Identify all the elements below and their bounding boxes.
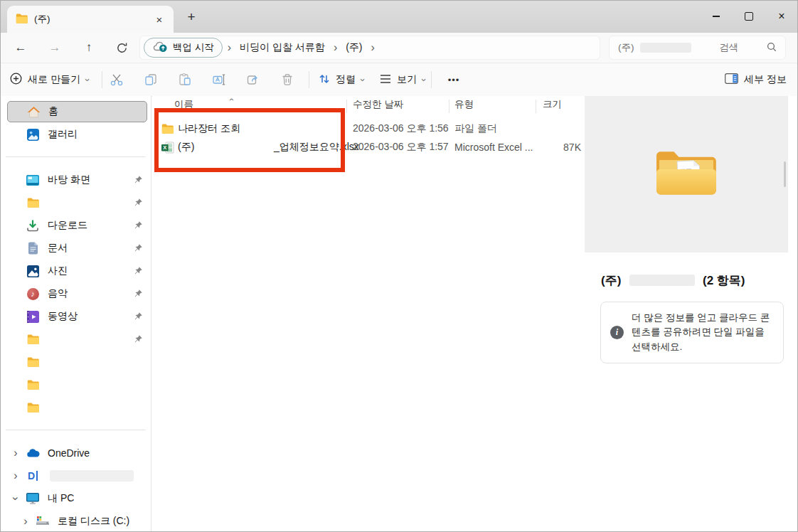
column-header-date[interactable]: 수정한 날짜 [353,98,403,111]
document-icon [26,242,40,255]
pin-icon [134,334,143,346]
folder-icon [26,357,40,367]
preview-area [585,96,788,252]
file-type: 파일 폴더 [454,119,497,138]
new-button-label: 새로 만들기 [28,73,80,86]
sort-button[interactable]: 정렬 › [319,63,364,96]
sidebar-item-folder[interactable] [7,397,147,418]
file-date: 2026-03-06 오후 1:57 [353,138,449,156]
command-toolbar: 새로 만들기 › 정렬 › 보기 › ••• [0,63,798,97]
folder-icon [26,380,40,390]
search-icon [767,42,777,54]
details-title-row: (주) (2 항목) [585,272,798,288]
sidebar-item-app[interactable]: › D [7,465,147,486]
details-toggle-label: 세부 정보 [744,73,787,86]
sidebar-item-label: 홈 [48,105,58,118]
back-button[interactable]: ← [9,33,33,63]
up-button[interactable]: ↑ [77,33,101,63]
desktop-icon [26,175,40,186]
minimize-button[interactable] [700,0,733,33]
chevron-down-icon[interactable]: › [10,493,21,504]
search-scope-label: (주) [618,41,634,54]
sidebar-item-documents[interactable]: 문서 [7,238,147,259]
pin-icon [134,266,143,277]
details-info-text: 더 많은 정보를 얻고 클라우드 콘텐츠를 공유하려면 단일 파일을 선택하세요… [632,311,774,354]
chevron-down-icon: › [358,78,368,81]
sidebar-item-folder[interactable] [7,374,147,395]
file-date: 2026-03-06 오후 1:56 [353,119,449,138]
chevron-down-icon: › [83,78,92,81]
details-pane-toggle[interactable]: 세부 정보 [725,63,787,96]
breadcrumb-folder[interactable]: 비딩이 입찰 서류함 [236,41,329,54]
column-header-type[interactable]: 유형 [454,98,474,111]
details-title: (주) [601,272,621,289]
explorer-tab[interactable]: (주) × [7,6,174,33]
sidebar-item-label: 내 PC [48,492,74,505]
breadcrumb-chevron[interactable]: › [366,42,380,53]
sidebar-item-folder[interactable] [7,329,147,350]
folder-tab-icon [16,14,28,26]
paste-icon [178,73,192,87]
breadcrumb-chevron[interactable]: › [223,42,236,53]
sidebar-item-folder[interactable] [7,192,147,213]
onedrive-icon [26,448,40,458]
copy-icon [144,73,158,87]
scrollbar-thumb[interactable] [784,161,786,187]
copy-button[interactable] [135,67,166,92]
chevron-down-icon: › [420,78,429,81]
sidebar-item-downloads[interactable]: 다운로드 [7,215,147,236]
onedrive-backup-icon [152,41,168,55]
sidebar-item-gallery[interactable]: 갤러리 [7,124,147,145]
file-type: Microsoft Excel ... [454,138,533,156]
sort-ascending-icon: › [230,94,233,105]
share-button[interactable] [238,67,269,92]
chevron-right-icon[interactable]: › [10,470,21,482]
share-icon [246,73,260,87]
sidebar-item-local-disk-c[interactable]: › 로컬 디스크 (C:) [7,511,147,532]
cut-button[interactable] [101,67,132,92]
chevron-right-icon[interactable]: › [10,447,21,459]
ellipsis-icon: ••• [448,75,460,85]
breadcrumb-current[interactable]: (주) [342,41,366,54]
sidebar-item-folder[interactable] [7,351,147,373]
maximize-icon [745,12,753,21]
details-panel-icon [725,73,738,86]
paste-button[interactable] [169,67,201,92]
sidebar-item-videos[interactable]: 동영상 [7,306,147,327]
more-options-button[interactable]: ••• [438,67,469,92]
new-tab-button[interactable]: + [181,7,202,27]
backup-start-button[interactable]: 백업 시작 [144,38,223,58]
refresh-button[interactable] [110,33,134,63]
forward-button[interactable]: → [43,33,67,63]
title-bar: (주) × + × [0,0,798,33]
breadcrumb-chevron[interactable]: › [329,42,342,53]
delete-button[interactable] [272,67,303,92]
details-item-count: (2 항목) [703,272,745,289]
tab-close-icon[interactable]: × [151,11,168,28]
sidebar-item-music[interactable]: ♪ 음악 [7,283,147,304]
maximize-button[interactable] [733,0,765,33]
sort-arrows-icon [319,73,330,87]
new-button[interactable]: 새로 만들기 › [10,63,89,96]
annotation-highlight-rectangle [154,108,345,172]
refresh-icon [116,42,128,54]
chevron-right-icon[interactable]: › [20,516,31,527]
sidebar-item-pictures[interactable]: 사진 [7,260,147,282]
sidebar-item-onedrive[interactable]: › OneDrive [7,442,147,464]
info-icon: i [610,326,624,339]
address-bar[interactable]: 백업 시작 › 비딩이 입찰 서류함 › (주) › [139,36,600,60]
sidebar-item-label: OneDrive [48,447,90,459]
column-header-size[interactable]: 크기 [543,98,562,111]
close-button[interactable]: × [765,0,798,33]
sidebar-item-this-pc[interactable]: › 내 PC [7,488,147,509]
view-button[interactable]: 보기 › [380,63,425,96]
search-input[interactable]: (주) 검색 [609,36,786,60]
sidebar-item-home[interactable]: 홈 [7,101,147,122]
gallery-icon [26,129,40,141]
rename-button[interactable] [203,67,235,92]
sidebar-item-desktop[interactable]: 바탕 화면 [7,169,147,191]
redacted-text [629,275,695,286]
sidebar-item-label: 음악 [48,287,68,300]
sidebar-item-label: 사진 [48,265,68,277]
folder-preview-icon [654,149,719,200]
